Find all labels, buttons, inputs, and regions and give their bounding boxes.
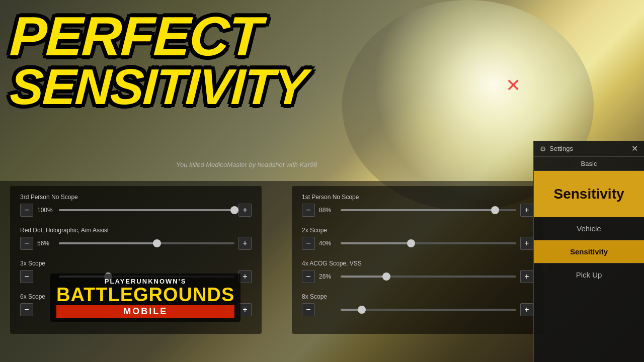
slider-group-3rd-noscope: 3rd Person No Scope − 100% + <box>20 194 252 217</box>
slider-thumb-reddot[interactable] <box>153 239 161 247</box>
settings-title-row: ⚙ Settings <box>540 145 573 153</box>
slider-fill-4x <box>341 276 386 278</box>
title-sensitivity: SENSITIVITY <box>9 63 308 111</box>
slider-row-1st-noscope: − 88% + <box>302 204 533 217</box>
slider-row-4x: − 26% + <box>302 270 533 283</box>
slider-label-8x: 8x Scope <box>302 293 533 300</box>
slider-row-reddot: − 56% + <box>20 237 252 250</box>
pubg-logo: PLAYERUNKNOWN'S BATTLEGROUNDS MOBILE <box>50 274 240 322</box>
slider-thumb-2x[interactable] <box>407 239 415 247</box>
slider-plus-reddot[interactable]: + <box>238 237 252 250</box>
slider-thumb-1st-noscope[interactable] <box>491 206 499 214</box>
settings-panel: ⚙ Settings ✕ Basic Sensitivity Vehicle S… <box>533 141 644 362</box>
slider-plus-1st-noscope[interactable]: + <box>520 204 533 217</box>
slider-minus-reddot[interactable]: − <box>20 237 33 250</box>
slider-track-2x[interactable] <box>341 242 516 244</box>
sliders-right-panel: 1st Person No Scope − 88% + 2x Scope − 4… <box>292 186 543 334</box>
crosshair <box>498 70 528 101</box>
slider-value-4x: 26% <box>319 273 337 280</box>
pubg-battlegrounds-text: BATTLEGROUNDS <box>56 285 234 304</box>
slider-thumb-4x[interactable] <box>382 273 390 281</box>
slider-track-reddot[interactable] <box>59 242 234 244</box>
slider-track-1st-noscope[interactable] <box>341 209 516 211</box>
settings-header: ⚙ Settings ✕ <box>534 141 644 157</box>
slider-minus-2x[interactable]: − <box>302 237 315 250</box>
gear-icon: ⚙ <box>540 145 546 153</box>
slider-fill-1st-noscope <box>341 209 495 211</box>
sensitivity-big-button[interactable]: Sensitivity <box>534 171 644 217</box>
kill-notification: You killed MedicoMaster by headshot with… <box>176 161 317 168</box>
slider-plus-8x[interactable]: + <box>520 303 533 316</box>
pickup-button[interactable]: Pick Up <box>534 263 644 286</box>
slider-label-2x: 2x Scope <box>302 227 533 234</box>
slider-group-1st-noscope: 1st Person No Scope − 88% + <box>302 194 533 217</box>
slider-label-reddot: Red Dot, Holographic, Aim Assist <box>20 227 252 234</box>
slider-minus-3rd-noscope[interactable]: − <box>20 204 33 217</box>
settings-label: Settings <box>549 145 573 152</box>
slider-track-8x[interactable] <box>341 309 516 311</box>
slider-fill-2x <box>341 242 411 244</box>
slider-value-reddot: 56% <box>37 240 55 247</box>
slider-minus-3x[interactable]: − <box>20 270 33 283</box>
title-overlay: PERFECT SENSITIVITY <box>10 10 306 111</box>
sensitivity-sub-button[interactable]: Sensitivity <box>534 240 644 263</box>
slider-group-reddot: Red Dot, Holographic, Aim Assist − 56% + <box>20 227 252 250</box>
slider-group-8x: 8x Scope − 12% + <box>302 293 533 316</box>
slider-minus-1st-noscope[interactable]: − <box>302 204 315 217</box>
close-button[interactable]: ✕ <box>631 144 638 153</box>
basic-tab[interactable]: Basic <box>534 157 644 171</box>
slider-label-4x: 4x ACOG Scope, VSS <box>302 260 533 267</box>
slider-row-3rd-noscope: − 100% + <box>20 204 252 217</box>
slider-thumb-3rd-noscope[interactable] <box>230 206 238 214</box>
slider-row-8x: − 12% + <box>302 303 533 316</box>
slider-label-3rd-noscope: 3rd Person No Scope <box>20 194 252 201</box>
sensitivity-big-button-label: Sensitivity <box>553 186 624 202</box>
slider-label-3x: 3x Scope <box>20 260 252 267</box>
slider-track-3rd-noscope[interactable] <box>59 209 234 211</box>
slider-fill-3rd-noscope <box>59 209 234 211</box>
pubg-mobile-text: MOBILE <box>56 305 234 318</box>
vehicle-button[interactable]: Vehicle <box>534 217 644 240</box>
slider-minus-4x[interactable]: − <box>302 270 315 283</box>
slider-plus-3rd-noscope[interactable]: + <box>238 204 252 217</box>
slider-fill-reddot <box>59 242 157 244</box>
slider-group-2x: 2x Scope − 40% + <box>302 227 533 250</box>
slider-track-4x[interactable] <box>341 276 516 278</box>
slider-minus-8x[interactable]: − <box>302 303 315 316</box>
slider-value-1st-noscope: 88% <box>319 207 337 214</box>
slider-minus-6x[interactable]: − <box>20 303 33 316</box>
slider-plus-2x[interactable]: + <box>520 237 533 250</box>
slider-plus-4x[interactable]: + <box>520 270 533 283</box>
slider-group-4x: 4x ACOG Scope, VSS − 26% + <box>302 260 533 283</box>
slider-value-3rd-noscope: 100% <box>37 207 55 214</box>
title-perfect: PERFECT <box>9 10 308 63</box>
slider-value-2x: 40% <box>319 240 337 247</box>
slider-thumb-8x[interactable] <box>358 306 366 314</box>
slider-row-2x: − 40% + <box>302 237 533 250</box>
slider-label-1st-noscope: 1st Person No Scope <box>302 194 533 201</box>
